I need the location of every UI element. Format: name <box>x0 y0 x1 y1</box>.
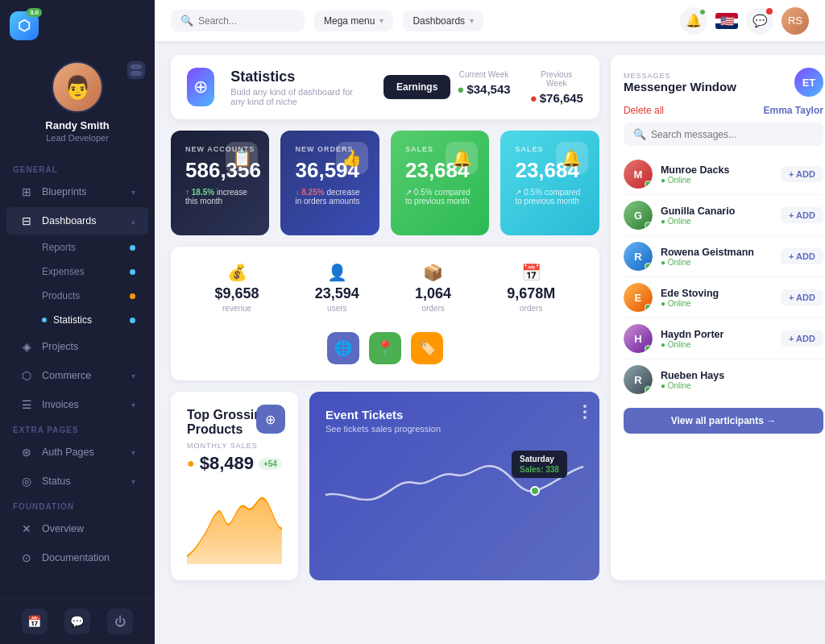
messenger-search-input[interactable] <box>651 129 814 140</box>
products-card: ⊕ Top Grossing Products MONTHLY SALES ● … <box>171 392 298 580</box>
dashboards-chevron: ▾ <box>470 16 474 25</box>
notifications-btn[interactable]: 🔔 <box>680 7 707 35</box>
user-avatar-btn[interactable]: RS <box>781 7 809 35</box>
mega-menu-btn[interactable]: Mega menu ▾ <box>314 10 393 31</box>
sidebar-item-blueprints[interactable]: ⊞ Blueprints ▾ <box>6 178 148 206</box>
commerce-icon: ⬡ <box>19 369 34 382</box>
contact-haydn: H Haydn Porter ● Online + ADD <box>624 318 823 359</box>
chevron-up-icon: ▴ <box>131 217 135 226</box>
section-label-extra: EXTRA PAGES <box>0 419 155 438</box>
pin-btn[interactable]: 📍 <box>369 332 401 364</box>
profile-toggle[interactable] <box>127 61 145 79</box>
sidebar-item-auth[interactable]: ⊛ Auth Pages ▾ <box>6 438 148 466</box>
search-container[interactable]: 🔍 <box>171 10 305 31</box>
sidebar-item-commerce[interactable]: ⬡ Commerce ▾ <box>6 362 148 389</box>
more-dot3 <box>583 416 587 419</box>
statistics-badge <box>130 318 135 323</box>
contact-name-haydn: Haydn Porter <box>661 329 724 340</box>
dashboards-btn[interactable]: Dashboards ▾ <box>403 10 483 31</box>
events-more-btn[interactable] <box>583 405 587 419</box>
invoices-label: Invoices <box>42 399 79 410</box>
sidebar-item-documentation[interactable]: ⊙ Documentation <box>6 544 148 571</box>
contact-avatar-ede: E <box>624 283 653 312</box>
messenger-title: Messenger Window <box>624 80 736 93</box>
contact-avatar-gunilla: G <box>624 201 653 230</box>
power-icon-btn[interactable]: ⏻ <box>107 609 133 634</box>
monthly-sales-label: MONTHLY SALES <box>187 442 282 450</box>
profile-name: Randy Smith <box>45 119 109 131</box>
chat-icon-btn[interactable]: 💬 <box>64 609 90 634</box>
summary-stat-orders: 📦 1,064 orders <box>415 263 451 313</box>
add-contact-btn-rowena[interactable]: + ADD <box>781 248 823 264</box>
contact-name-gunilla: Gunilla Canario <box>661 206 735 217</box>
current-week-value: ●$34,543 <box>457 82 510 96</box>
contact-status-gunilla: ● Online <box>661 217 735 226</box>
add-contact-btn-munroe[interactable]: + ADD <box>781 166 823 182</box>
calendar-icon-btn[interactable]: 📅 <box>22 609 48 634</box>
mega-menu-chevron: ▾ <box>379 16 383 25</box>
sidebar-item-status[interactable]: ◎ Status ▾ <box>6 467 148 495</box>
stats-header-icon: ⊕ <box>187 68 214 106</box>
sidebar-item-invoices[interactable]: ☰ Invoices ▾ <box>6 391 148 418</box>
events-subtitle: See tickets sales progression <box>325 424 583 434</box>
earnings-tab[interactable]: Earnings <box>383 75 450 99</box>
chevron-icon: ▾ <box>131 188 135 197</box>
invoices-icon: ☰ <box>19 398 34 411</box>
contact-avatar-rueben: R <box>624 365 653 394</box>
contact-avatar-munroe: M <box>624 160 653 189</box>
mega-menu-label: Mega menu <box>324 15 375 27</box>
monthly-value-row: ● $8,489 +54 <box>187 453 282 474</box>
chevron-icon2: ▾ <box>131 401 135 409</box>
sidebar-item-reports[interactable]: Reports <box>6 236 148 259</box>
commerce-label: Commerce <box>42 370 91 381</box>
online-indicator-g <box>645 222 652 229</box>
sidebar-logo: ⬡ 3.0 <box>0 0 155 52</box>
contact-status-rowena: ● Online <box>661 258 754 267</box>
dashboards-btn-label: Dashboards <box>412 15 465 27</box>
view-all-btn[interactable]: View all participants → <box>624 408 823 434</box>
sidebar-item-dashboards[interactable]: ⊟ Dashboards ▴ <box>6 207 148 235</box>
sidebar-item-expenses[interactable]: Expenses <box>6 260 148 283</box>
current-week-col: Current Week ●$34,543 <box>457 70 510 105</box>
summary-stat-users: 👤 23,594 users <box>315 263 359 313</box>
chevron-icon4: ▾ <box>131 477 135 486</box>
summary-stats: 💰 $9,658 revenue 👤 23,594 users 📦 1,064 <box>187 263 583 326</box>
previous-week-col: Previous Week ●$76,645 <box>530 70 583 105</box>
messenger-search[interactable]: 🔍 <box>624 123 823 146</box>
expenses-label: Expenses <box>42 266 85 277</box>
auth-icon: ⊛ <box>19 446 34 459</box>
language-selector[interactable]: 🇺🇸 <box>715 13 738 29</box>
search-input[interactable] <box>198 15 295 27</box>
status-icon: ◎ <box>19 475 34 488</box>
add-contact-btn-haydn[interactable]: + ADD <box>781 330 823 347</box>
summary-action-buttons: 🌐 📍 🏷️ <box>187 332 583 364</box>
sidebar-item-projects[interactable]: ◈ Projects <box>6 333 148 360</box>
topbar: 🔍 Mega menu ▾ Dashboards ▾ 🔔 🇺🇸 💬 RS <box>155 0 825 42</box>
globe-btn[interactable]: 🌐 <box>327 332 359 364</box>
monthly-value: $8,489 <box>200 453 254 474</box>
content-area: ⊕ Statistics Build any kind of dashboard… <box>155 42 825 644</box>
sidebar-item-products[interactable]: Products <box>6 285 148 307</box>
summary-stat-revenue: 💰 $9,658 revenue <box>215 263 259 313</box>
blueprints-icon: ⊞ <box>19 185 34 198</box>
products-badge <box>130 293 135 299</box>
earnings-data: Current Week ●$34,543 Previous Week ●$76… <box>457 70 583 105</box>
contact-rueben: R Rueben Hays ● Online <box>624 359 823 400</box>
online-indicator-ru <box>645 386 652 393</box>
tooltip-day: Saturday <box>520 455 559 463</box>
add-contact-btn-gunilla[interactable]: + ADD <box>781 207 823 223</box>
docs-label: Documentation <box>42 552 110 563</box>
content-top: ⊕ Statistics Build any kind of dashboard… <box>171 55 809 580</box>
contact-status-haydn: ● Online <box>661 340 724 349</box>
contact-name-munroe: Munroe Dacks <box>661 164 729 176</box>
delete-all-btn[interactable]: Delete all <box>624 105 664 116</box>
sidebar-bottom: 📅 💬 ⏻ <box>0 598 155 644</box>
messenger-actions: Delete all Emma Taylor <box>624 105 823 116</box>
add-contact-btn-ede[interactable]: + ADD <box>781 289 823 305</box>
orders2-icon: 📅 <box>507 263 555 282</box>
chat-btn[interactable]: 💬 <box>746 7 773 35</box>
tag-btn[interactable]: 🏷️ <box>411 332 443 364</box>
sidebar-item-overview[interactable]: ✕ Overview <box>6 515 148 542</box>
contact-name-rueben: Rueben Hays <box>661 370 724 381</box>
sidebar-item-statistics[interactable]: Statistics <box>6 309 148 331</box>
